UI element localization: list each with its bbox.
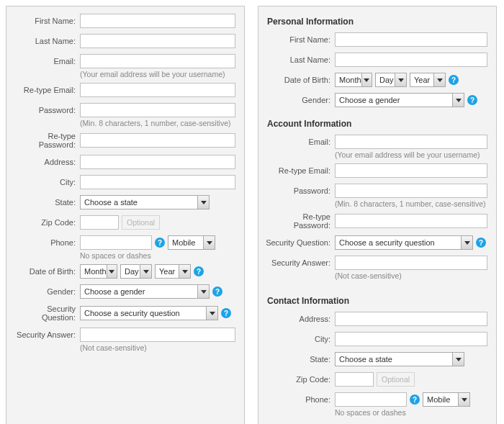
hint-email: (Your email address will be your usernam… [335,150,480,159]
phone-type-select[interactable]: Mobile [423,392,470,407]
help-icon[interactable]: ? [467,95,477,105]
retype-password-field[interactable] [335,214,487,228]
label-retype-password: Re-type Password: [14,132,80,149]
address-field[interactable] [335,312,487,326]
label-city: City: [14,178,80,186]
dob-day-select[interactable]: Day [120,264,152,279]
chevron-down-icon [206,307,217,320]
chevron-down-icon [203,236,215,249]
password-field[interactable] [335,184,487,198]
label-zip: Zip Code: [266,375,335,384]
retype-email-field[interactable] [335,163,487,178]
gender-select[interactable]: Choose a gender [335,93,464,107]
password-field[interactable] [80,103,235,117]
label-last-name: Last Name: [14,37,80,45]
label-retype-email: Re-type Email: [266,166,335,175]
label-security-answer: Security Answer: [14,330,80,339]
label-address: Address: [266,315,335,323]
security-answer-field[interactable] [335,256,487,270]
label-security-answer: Security Answer: [266,258,335,267]
help-icon[interactable]: ? [155,238,165,248]
state-select[interactable]: Choose a state [80,195,210,209]
phone-field[interactable] [335,392,407,407]
section-account: Account Information [267,119,487,129]
dob-year-select[interactable]: Year [155,264,191,279]
label-email: Email: [14,57,80,66]
form-left: First Name: Last Name: Email: (Your emai… [6,6,245,424]
hint-email: (Your email address will be your usernam… [80,70,225,78]
retype-email-field[interactable] [80,83,235,97]
hint-phone: No spaces or dashes [80,251,151,260]
label-dob: Date of Birth: [14,267,80,276]
label-retype-password: Re-type Password: [266,212,335,230]
label-first-name: First Name: [14,17,80,25]
chevron-down-icon [452,353,464,366]
last-name-field[interactable] [335,53,487,67]
label-last-name: Last Name: [266,55,335,64]
phone-field[interactable] [80,235,152,250]
zip-field[interactable] [335,372,374,387]
first-name-field[interactable] [335,32,487,47]
label-password: Password: [266,186,335,195]
optional-badge: Optional [122,215,160,230]
email-field[interactable] [80,54,235,68]
hint-password: (Min. 8 characters, 1 number, case-sensi… [335,199,486,208]
label-retype-email: Re-type Email: [14,86,80,94]
chevron-down-icon [433,73,445,86]
security-question-select[interactable]: Choose a security question [80,306,218,320]
last-name-field[interactable] [80,34,235,48]
dob-day-select[interactable]: Day [375,73,407,87]
city-field[interactable] [80,175,235,189]
dob-month-select[interactable]: Month [335,73,372,87]
hint-security-answer: (Not case-sensitive) [80,343,147,352]
chevron-down-icon [458,393,469,406]
section-contact: Contact Information [267,296,487,306]
phone-type-select[interactable]: Mobile [168,235,215,250]
email-field[interactable] [335,135,487,149]
label-password: Password: [14,106,80,114]
help-icon[interactable]: ? [212,287,222,297]
chevron-down-icon [197,285,209,298]
chevron-down-icon [179,265,190,278]
form-right: Personal Information First Name: Last Na… [258,6,497,424]
chevron-down-icon [361,73,372,86]
dob-month-select[interactable]: Month [80,264,117,279]
help-icon[interactable]: ? [221,308,231,318]
chevron-down-icon [197,196,209,209]
label-email: Email: [266,137,335,146]
help-icon[interactable]: ? [410,394,420,405]
security-question-select[interactable]: Choose a security question [335,235,473,250]
label-security-question: Security Question: [14,305,80,322]
label-city: City: [266,335,335,343]
label-phone: Phone: [266,395,335,404]
dob-year-select[interactable]: Year [410,73,446,87]
help-icon[interactable]: ? [194,266,204,276]
chevron-down-icon [452,94,464,107]
address-field[interactable] [80,155,235,169]
label-security-question: Security Question: [266,238,335,247]
hint-password: (Min. 8 characters, 1 number, case-sensi… [80,119,231,127]
section-personal: Personal Information [267,17,487,27]
help-icon[interactable]: ? [449,75,459,85]
state-select[interactable]: Choose a state [335,352,464,366]
hint-security-answer: (Not case-sensitive) [335,271,402,280]
chevron-down-icon [395,73,406,86]
chevron-down-icon [107,265,117,278]
label-phone: Phone: [14,238,80,247]
optional-badge: Optional [377,372,415,387]
first-name-field[interactable] [80,14,235,28]
security-answer-field[interactable] [80,328,235,342]
label-gender: Gender: [266,96,335,104]
retype-password-field[interactable] [80,133,235,148]
zip-field[interactable] [80,215,119,230]
label-state: State: [266,355,335,364]
label-first-name: First Name: [266,35,335,44]
gender-select[interactable]: Choose a gender [80,284,210,299]
label-dob: Date of Birth: [266,76,335,84]
label-state: State: [14,198,80,207]
chevron-down-icon [461,236,472,249]
help-icon[interactable]: ? [476,238,486,248]
city-field[interactable] [335,332,487,346]
label-address: Address: [14,158,80,166]
hint-phone: No spaces or dashes [335,408,406,417]
